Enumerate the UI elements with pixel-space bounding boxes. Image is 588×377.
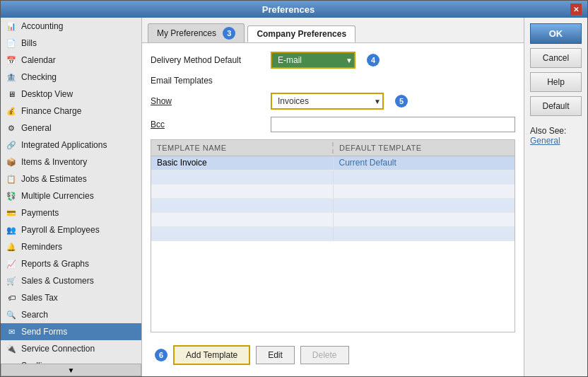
cell-template-name: [151, 227, 334, 240]
sidebar-item-jobs-estimates[interactable]: 📋Jobs & Estimates: [1, 170, 141, 187]
sidebar-item-calendar[interactable]: 📅Calendar: [1, 52, 141, 69]
sidebar-item-payroll-employees[interactable]: 👥Payroll & Employees: [1, 221, 141, 238]
table-body[interactable]: Basic InvoiceCurrent Default: [151, 156, 514, 332]
close-button[interactable]: ✕: [570, 4, 582, 15]
delete-button[interactable]: Delete: [300, 346, 349, 364]
sidebar-item-bills[interactable]: 📄Bills: [1, 35, 141, 52]
sidebar-item-sales-tax[interactable]: 🏷Sales Tax: [1, 289, 141, 306]
general-link[interactable]: General: [530, 136, 582, 146]
tab-company-preferences[interactable]: Company Preferences: [247, 25, 355, 42]
payroll-employees-icon: 👥: [5, 224, 18, 236]
tabs-bar: My Preferences 3 Company Preferences: [142, 18, 524, 43]
cell-default-template: [334, 199, 515, 212]
sidebar-label-reminders: Reminders: [21, 242, 62, 252]
sidebar-label-payments: Payments: [21, 208, 59, 218]
my-preferences-badge: 3: [223, 27, 235, 40]
table-row[interactable]: [151, 185, 514, 199]
sidebar-label-service-connection: Service Connection: [21, 344, 95, 354]
sidebar-item-multiple-currencies[interactable]: 💱Multiple Currencies: [1, 187, 141, 204]
add-template-button[interactable]: Add Template: [173, 345, 250, 365]
table-row[interactable]: [151, 227, 514, 241]
cell-default-template: [334, 185, 515, 198]
delivery-method-select[interactable]: E-mailPrintNone: [271, 52, 355, 69]
edit-button[interactable]: Edit: [256, 346, 295, 364]
sidebar-item-service-connection[interactable]: 🔌Service Connection: [1, 340, 141, 357]
show-row: Show InvoicesEstimatesSales OrdersStatem…: [151, 93, 515, 110]
table-row[interactable]: [151, 199, 514, 213]
cell-default-template: [334, 213, 515, 226]
sidebar-scroll[interactable]: 📊Accounting📄Bills📅Calendar🏦Checking🖥Desk…: [1, 18, 141, 364]
main-content: 📊Accounting📄Bills📅Calendar🏦Checking🖥Desk…: [1, 18, 587, 376]
search-icon: 🔍: [5, 308, 18, 321]
table-row[interactable]: [151, 170, 514, 185]
default-button[interactable]: Default: [530, 96, 582, 116]
delivery-badge: 4: [367, 54, 380, 66]
sidebar-label-sales-tax: Sales Tax: [21, 293, 58, 303]
sidebar-item-accounting[interactable]: 📊Accounting: [1, 18, 141, 35]
sidebar-label-reports-graphs: Reports & Graphs: [21, 259, 89, 269]
send-forms-icon: ✉: [5, 325, 18, 338]
sidebar-item-integrated-apps[interactable]: 🔗Integrated Applications: [1, 137, 141, 153]
sidebar-item-finance-charge[interactable]: 💰Finance Charge: [1, 103, 141, 120]
bcc-input[interactable]: [271, 117, 515, 132]
bcc-row: Bcc: [151, 117, 515, 132]
email-templates-row: Email Templates: [151, 76, 515, 86]
sidebar-label-calendar: Calendar: [21, 55, 56, 65]
desktop-view-icon: 🖥: [5, 88, 18, 100]
col-default-template: DEFAULT TEMPLATE: [334, 142, 514, 153]
sidebar-label-multiple-currencies: Multiple Currencies: [21, 191, 94, 201]
ok-button[interactable]: OK: [530, 23, 582, 44]
items-inventory-icon: 📦: [5, 156, 18, 168]
calendar-icon: 📅: [5, 54, 18, 66]
delivery-dropdown-container: E-mailPrintNone ▼: [271, 52, 355, 69]
sidebar-label-jobs-estimates: Jobs & Estimates: [21, 174, 87, 184]
tab-my-preferences[interactable]: My Preferences 3: [148, 23, 245, 42]
reminders-icon: 🔔: [5, 240, 18, 253]
sidebar-item-reports-graphs[interactable]: 📈Reports & Graphs: [1, 255, 141, 272]
table-row[interactable]: Basic InvoiceCurrent Default: [151, 156, 514, 170]
sidebar-item-sales-customers[interactable]: 🛒Sales & Customers: [1, 272, 141, 289]
show-select[interactable]: InvoicesEstimatesSales OrdersStatementsP…: [271, 93, 384, 110]
multiple-currencies-icon: 💱: [5, 190, 18, 202]
sidebar-item-general[interactable]: ⚙General: [1, 120, 141, 137]
edit-label: Edit: [268, 350, 283, 360]
table-row[interactable]: [151, 213, 514, 227]
add-template-label: Add Template: [186, 350, 237, 360]
email-templates-label: Email Templates: [151, 76, 213, 86]
actions-row: 6 Add Template Edit Delete: [151, 340, 515, 368]
sidebar-label-finance-charge: Finance Charge: [21, 106, 81, 116]
sidebar-label-items-inventory: Items & Inventory: [21, 157, 87, 167]
sidebar-item-search[interactable]: 🔍Search: [1, 306, 141, 323]
sidebar-item-spelling[interactable]: ✏Spelling: [1, 357, 141, 364]
sidebar-item-desktop-view[interactable]: 🖥Desktop View: [1, 86, 141, 103]
service-connection-icon: 🔌: [5, 342, 18, 355]
cancel-button[interactable]: Cancel: [530, 48, 582, 68]
sidebar-item-reminders[interactable]: 🔔Reminders: [1, 238, 141, 255]
general-icon: ⚙: [5, 122, 18, 134]
integrated-apps-icon: 🔗: [5, 139, 18, 151]
cell-template-name: [151, 170, 334, 184]
cell-template-name: [151, 213, 334, 226]
sidebar-label-sales-customers: Sales & Customers: [21, 276, 94, 286]
finance-charge-icon: 💰: [5, 105, 18, 117]
sidebar-label-accounting: Accounting: [21, 21, 63, 31]
sidebar-scroll-down[interactable]: ▼: [1, 364, 141, 376]
also-see-section: Also See: General: [530, 126, 582, 146]
bcc-label: Bcc: [151, 120, 264, 129]
show-dropdown-container: InvoicesEstimatesSales OrdersStatementsP…: [271, 93, 384, 110]
sidebar-label-checking: Checking: [21, 72, 57, 82]
table-header: TEMPLATE NAME DEFAULT TEMPLATE: [151, 140, 514, 156]
sidebar-item-payments[interactable]: 💳Payments: [1, 204, 141, 221]
help-button[interactable]: Help: [530, 72, 582, 92]
cell-default-template: [334, 227, 515, 240]
cell-default-template: [334, 170, 515, 184]
sidebar-label-payroll-employees: Payroll & Employees: [21, 225, 100, 235]
sidebar-label-general: General: [21, 123, 52, 133]
sidebar-label-send-forms: Send Forms: [21, 327, 67, 337]
template-table: TEMPLATE NAME DEFAULT TEMPLATE Basic Inv…: [151, 139, 515, 332]
cell-template-name: Basic Invoice: [151, 156, 334, 170]
sidebar-item-checking[interactable]: 🏦Checking: [1, 69, 141, 86]
title-bar: Preferences ✕: [1, 1, 587, 18]
sidebar-item-items-inventory[interactable]: 📦Items & Inventory: [1, 153, 141, 170]
sidebar-item-send-forms[interactable]: ✉Send Forms: [1, 323, 141, 340]
